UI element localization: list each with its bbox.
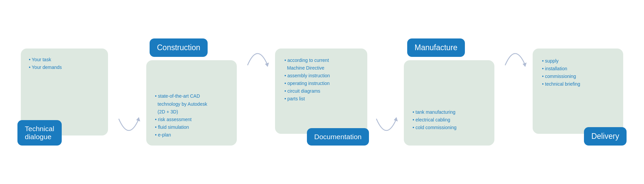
workflow-diagram: Your task Your demands Technicaldialogue… bbox=[0, 0, 644, 184]
arrow-svg-3 bbox=[373, 38, 400, 146]
item-machine-directive: according to current Machine Directive bbox=[284, 57, 330, 72]
item-your-demands: Your demands bbox=[29, 64, 62, 71]
list-manufacture: tank manufacturing electrical cabling co… bbox=[408, 104, 461, 135]
card-delivery: supply installation commissioning techni… bbox=[533, 38, 627, 146]
arrow-3 bbox=[373, 38, 400, 146]
arrow-2 bbox=[244, 38, 271, 146]
label-delivery: Delivery bbox=[584, 127, 627, 146]
list-documentation: according to current Machine Directive a… bbox=[280, 53, 335, 107]
item-cold: cold commissioning bbox=[413, 124, 457, 131]
item-cad: state-of-the-art CAD technology by Autod… bbox=[155, 92, 207, 115]
item-risk: risk assessment bbox=[155, 116, 207, 123]
stage-manufacture: Manufacture tank manufacturing electrica… bbox=[400, 38, 502, 146]
item-operating: operating instruction bbox=[284, 80, 330, 87]
item-your-task: Your task bbox=[29, 56, 62, 64]
item-installation: installation bbox=[542, 65, 580, 73]
item-parts-list: parts list bbox=[284, 95, 330, 103]
stage-delivery: supply installation commissioning techni… bbox=[529, 38, 631, 146]
stage-technical-dialogue: Your task Your demands Technicaldialogue bbox=[13, 38, 115, 146]
item-fluid: fluid simulation bbox=[155, 123, 207, 131]
item-technical-briefing: technical briefing bbox=[542, 80, 580, 88]
card-technical-dialogue: Your task Your demands Technicaldialogue bbox=[17, 38, 111, 146]
arrow-svg-4 bbox=[502, 38, 529, 146]
list-delivery: supply installation commissioning techni… bbox=[537, 53, 585, 92]
arrow-svg-1 bbox=[115, 38, 142, 146]
list-technical-dialogue: Your task Your demands bbox=[24, 52, 66, 75]
card-construction: Construction state-of-the-art CAD techno… bbox=[146, 38, 240, 146]
item-circuit: circuit diagrams bbox=[284, 87, 330, 95]
arrow-4 bbox=[502, 38, 529, 146]
arrow-svg-2 bbox=[244, 38, 271, 146]
label-manufacture: Manufacture bbox=[407, 38, 465, 57]
card-documentation: according to current Machine Directive a… bbox=[275, 38, 369, 146]
label-construction: Construction bbox=[150, 38, 208, 57]
stage-documentation: according to current Machine Directive a… bbox=[271, 38, 373, 146]
item-assembly: assembly instruction bbox=[284, 72, 330, 80]
label-technical-dialogue: Technicaldialogue bbox=[17, 120, 62, 146]
item-supply: supply bbox=[542, 57, 580, 65]
item-tank: tank manufacturing bbox=[413, 108, 457, 116]
list-construction: state-of-the-art CAD technology by Autod… bbox=[150, 88, 212, 143]
item-electrical: electrical cabling bbox=[413, 116, 457, 124]
item-commissioning: commissioning bbox=[542, 73, 580, 80]
card-manufacture: Manufacture tank manufacturing electrica… bbox=[404, 38, 498, 146]
item-eplan: e-plan bbox=[155, 131, 207, 139]
arrow-1 bbox=[115, 38, 142, 146]
stage-construction: Construction state-of-the-art CAD techno… bbox=[142, 38, 244, 146]
label-documentation: Documentation bbox=[307, 128, 369, 146]
